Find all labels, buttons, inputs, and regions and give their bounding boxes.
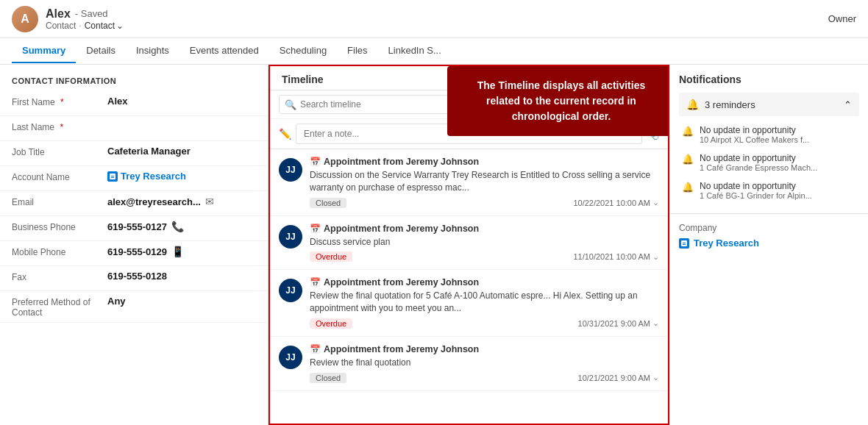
notification-item: 🔔 No update in opportunity 1 Café BG-1 G… bbox=[679, 176, 859, 204]
chevron-down-icon[interactable]: ⌄ bbox=[652, 198, 659, 207]
timeline-items-list: JJ 📅 Appointment from Jeremy Johnson Dis… bbox=[270, 149, 668, 424]
account-icon bbox=[679, 238, 689, 249]
item-date: 11/10/2021 10:00 AM bbox=[573, 252, 650, 261]
header: A Alex - Saved Contact · Contact ⌄ Owner bbox=[0, 0, 868, 38]
company-link[interactable]: Trey Research bbox=[679, 238, 859, 249]
reminders-label: 3 reminders bbox=[705, 99, 755, 110]
chevron-down-icon[interactable]: ⌄ bbox=[652, 318, 659, 328]
item-date: 10/21/2021 9:00 AM bbox=[578, 374, 650, 382]
calendar-icon: 📅 bbox=[310, 344, 321, 354]
notif-sub: 1 Café BG-1 Grinder for Alpin... bbox=[700, 191, 812, 200]
item-title: Appointment from Jeremy Johnson bbox=[324, 224, 479, 234]
field-email: Email alex@treyresearch... ✉ bbox=[0, 191, 268, 216]
bell-outline-icon: 🔔 bbox=[682, 154, 694, 165]
user-avatar: JJ bbox=[279, 225, 302, 249]
field-mobile-phone: Mobile Phone 619-555-0129 📱 bbox=[0, 241, 268, 266]
notification-item: 🔔 No update in opportunity 1 Café Grande… bbox=[679, 149, 859, 176]
notif-text: No update in opportunity bbox=[700, 181, 812, 191]
chevron-down-icon[interactable]: ⌄ bbox=[652, 252, 659, 262]
mobile-phone-value: 619-555-0129 bbox=[107, 246, 167, 257]
field-account-name: Account Name Trey Research bbox=[0, 166, 268, 191]
header-subtitle: Contact · Contact ⌄ bbox=[46, 21, 828, 31]
field-first-name: First Name * Alex bbox=[0, 91, 268, 116]
type2-dropdown[interactable]: Contact ⌄ bbox=[85, 21, 124, 31]
item-body: Discuss service plan bbox=[310, 236, 659, 249]
tab-insights[interactable]: Insights bbox=[126, 39, 179, 63]
bell-icon: 🔔 bbox=[686, 99, 699, 110]
preferred-contact-value: Any bbox=[107, 296, 256, 307]
fax-value: 619-555-0128 bbox=[107, 271, 256, 282]
chevron-down-icon[interactable]: ⌄ bbox=[652, 373, 659, 382]
notif-text: No update in opportunity bbox=[700, 153, 817, 163]
item-body: Discussion on the Service Warranty Trey … bbox=[310, 169, 659, 194]
required-indicator: * bbox=[60, 122, 63, 132]
bell-outline-icon: 🔔 bbox=[682, 126, 694, 137]
email-icon[interactable]: ✉ bbox=[205, 196, 214, 207]
tab-files[interactable]: Files bbox=[337, 39, 377, 63]
tab-details[interactable]: Details bbox=[76, 39, 126, 63]
chevron-up-icon: ⌃ bbox=[844, 99, 852, 110]
saved-label: - Saved bbox=[75, 8, 108, 19]
contact-section-title: CONTACT INFORMATION bbox=[0, 74, 268, 91]
calendar-icon: 📅 bbox=[310, 157, 321, 167]
contact-name: Alex bbox=[46, 7, 71, 21]
field-job-title: Job Title Cafeteria Manager bbox=[0, 141, 268, 166]
job-title-value: Cafeteria Manager bbox=[107, 146, 256, 157]
timeline-item-content: 📅 Appointment from Jeremy Johnson Discus… bbox=[310, 224, 659, 262]
account-name-link[interactable]: Trey Research bbox=[107, 171, 256, 182]
calendar-icon: 📅 bbox=[310, 277, 321, 288]
status-badge: Closed bbox=[310, 373, 346, 383]
contact-panel: CONTACT INFORMATION First Name * Alex La… bbox=[0, 65, 268, 425]
timeline-item-content: 📅 Appointment from Jeremy Johnson Review… bbox=[310, 344, 659, 383]
notification-item: 🔔 No update in opportunity 10 Airpot XL … bbox=[679, 121, 859, 149]
company-name: Trey Research bbox=[694, 238, 759, 249]
field-last-name: Last Name * bbox=[0, 116, 268, 141]
email-value: alex@treyresearch... bbox=[107, 196, 201, 207]
required-indicator: * bbox=[60, 97, 64, 107]
item-body: Review the final quotation bbox=[310, 357, 659, 369]
calendar-icon: 📅 bbox=[310, 224, 321, 234]
svg-rect-4 bbox=[683, 243, 686, 243]
field-business-phone: Business Phone 619-555-0127 📞 bbox=[0, 216, 268, 241]
right-panel: Notifications 🔔 3 reminders ⌃ 🔔 No updat… bbox=[669, 65, 868, 425]
bell-outline-icon: 🔔 bbox=[682, 182, 694, 193]
reminders-toggle[interactable]: 🔔 3 reminders ⌃ bbox=[679, 93, 859, 116]
svg-rect-5 bbox=[683, 244, 686, 245]
item-body: Review the final quotation for 5 Café A-… bbox=[310, 290, 659, 315]
business-phone-value: 619-555-0127 bbox=[107, 221, 167, 232]
field-preferred-contact: Preferred Method of Contact Any bbox=[0, 291, 268, 323]
timeline-item: JJ 📅 Appointment from Jeremy Johnson Rev… bbox=[270, 270, 668, 337]
status-badge: Overdue bbox=[310, 318, 352, 329]
notifications-section: Notifications 🔔 3 reminders ⌃ 🔔 No updat… bbox=[670, 65, 868, 214]
tab-linkedin[interactable]: LinkedIn S... bbox=[378, 39, 452, 63]
item-title: Appointment from Jeremy Johnson bbox=[324, 277, 479, 288]
tab-summary[interactable]: Summary bbox=[12, 39, 76, 63]
type1-label: Contact bbox=[46, 21, 76, 31]
nav-tabs: Summary Details Insights Events attended… bbox=[0, 38, 868, 65]
notifications-title: Notifications bbox=[679, 74, 859, 85]
owner-label: Owner bbox=[828, 13, 856, 24]
tab-scheduling[interactable]: Scheduling bbox=[269, 39, 337, 63]
svg-rect-2 bbox=[111, 177, 114, 178]
company-label: Company bbox=[679, 223, 859, 233]
company-section: Company Trey Research bbox=[670, 214, 868, 257]
user-avatar: JJ bbox=[279, 279, 302, 302]
user-avatar: JJ bbox=[279, 346, 302, 369]
tab-events[interactable]: Events attended bbox=[179, 39, 269, 63]
svg-rect-1 bbox=[111, 176, 114, 176]
phone-icon[interactable]: 📞 bbox=[171, 221, 184, 232]
avatar: A bbox=[12, 6, 38, 32]
mobile-icon[interactable]: 📱 bbox=[171, 246, 184, 257]
header-info: Alex - Saved Contact · Contact ⌄ bbox=[46, 7, 828, 31]
separator: · bbox=[79, 21, 81, 31]
search-icon: 🔍 bbox=[285, 99, 296, 110]
status-badge: Overdue bbox=[310, 251, 352, 262]
timeline-callout: The Timeline displays all activities rel… bbox=[447, 66, 669, 136]
timeline-item-content: 📅 Appointment from Jeremy Johnson Review… bbox=[310, 277, 659, 329]
field-fax: Fax 619-555-0128 bbox=[0, 266, 268, 291]
user-avatar: JJ bbox=[279, 158, 302, 182]
notif-text: No update in opportunity bbox=[700, 125, 809, 135]
item-title: Appointment from Jeremy Johnson bbox=[324, 157, 479, 167]
first-name-value: Alex bbox=[107, 96, 256, 107]
timeline-item: JJ 📅 Appointment from Jeremy Johnson Dis… bbox=[270, 216, 668, 271]
